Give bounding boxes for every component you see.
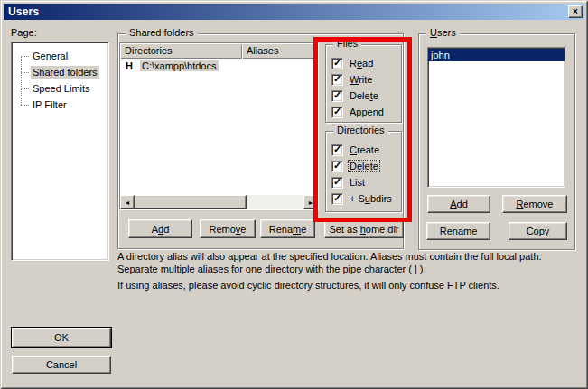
user-list-item[interactable]: john	[428, 49, 565, 61]
close-icon: ×	[573, 7, 578, 16]
page-item-general[interactable]: General	[12, 48, 108, 64]
page-item-speed-limits[interactable]: Speed Limits	[12, 80, 108, 97]
column-header-directories[interactable]: Directories	[120, 43, 242, 59]
users-dialog: Users × Page: General Shared folders Spe…	[0, 0, 588, 389]
set-as-home-dir-button[interactable]: Set as home dir	[324, 219, 404, 238]
user-remove-button[interactable]: Remove	[502, 195, 567, 213]
folder-add-button[interactable]: Add	[128, 219, 192, 238]
window-title: Users	[4, 5, 39, 18]
user-add-button[interactable]: Add	[427, 195, 490, 213]
user-copy-button[interactable]: Copy	[509, 222, 567, 240]
home-flag: H	[126, 60, 133, 71]
listview-header: Directories Aliases	[120, 43, 318, 59]
user-rename-button[interactable]: Rename	[426, 222, 490, 240]
page-item-ip-filter[interactable]: IP Filter	[12, 97, 108, 113]
folder-rename-button[interactable]: Rename	[260, 219, 315, 238]
page-item-shared-folders[interactable]: Shared folders	[12, 64, 108, 80]
user-name: john	[431, 50, 450, 60]
folder-remove-button[interactable]: Remove	[200, 219, 256, 238]
alias-info-text: A directory alias will also appear at th…	[117, 250, 577, 275]
directory-path: C:\xampp\htdocs	[140, 60, 219, 71]
listview-body: H C:\xampp\htdocs	[120, 59, 318, 195]
shared-folders-group-label: Shared folders	[126, 27, 198, 39]
users-list: john	[427, 47, 565, 188]
horizontal-scrollbar[interactable]: ◄ ►	[120, 195, 318, 209]
ok-button[interactable]: OK	[12, 328, 111, 347]
directory-row[interactable]: H C:\xampp\htdocs	[120, 59, 318, 73]
cancel-button[interactable]: Cancel	[12, 356, 111, 374]
permission-highlight-box	[313, 37, 412, 222]
directories-listview: Directories Aliases H C:\xampp\htdocs ◄ …	[119, 42, 319, 210]
cyclic-warning-text: If using aliases, please avoid cyclic di…	[117, 279, 577, 292]
titlebar[interactable]: Users	[4, 4, 584, 20]
users-group-label: Users	[426, 27, 460, 39]
scroll-left-icon: ◄	[125, 199, 131, 206]
page-list: General Shared folders Speed Limits IP F…	[11, 42, 109, 261]
page-label: Page:	[11, 27, 37, 38]
scroll-left-button[interactable]: ◄	[120, 195, 135, 209]
column-header-aliases[interactable]: Aliases	[242, 43, 318, 59]
scrollbar-thumb[interactable]	[135, 195, 247, 209]
close-button[interactable]: ×	[568, 5, 583, 18]
